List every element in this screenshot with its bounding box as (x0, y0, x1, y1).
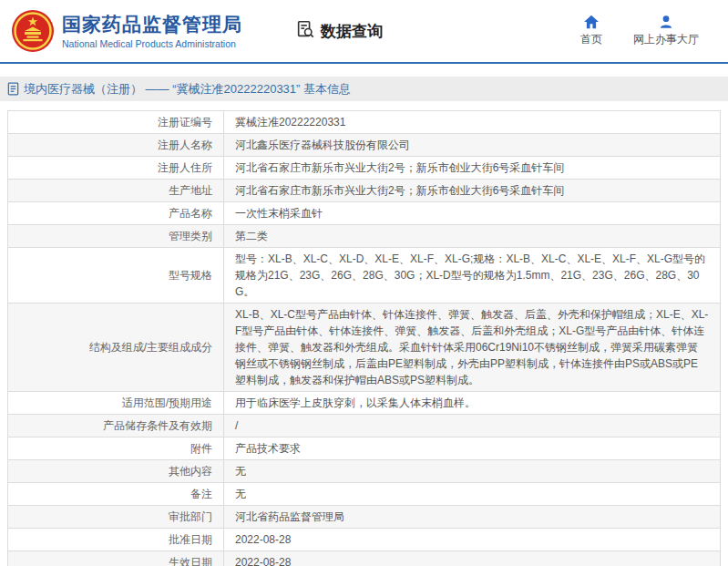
row-label: 适用范围/预期用途 (8, 392, 224, 415)
table-row: 其他内容无 (8, 460, 721, 483)
header-links: 首页 网上办事大厅 (580, 15, 715, 47)
row-value: 产品技术要求 (224, 437, 721, 460)
row-label: 产品名称 (8, 202, 224, 225)
breadcrumb-text: 境内医疗器械（注册） —— “冀械注准20222220331” 基本信息 (24, 81, 351, 98)
table-row: 注册人名称河北鑫乐医疗器械科技股份有限公司 (8, 134, 721, 157)
row-value: 2022-08-28 (224, 551, 721, 566)
row-value: 无 (224, 483, 721, 506)
row-label: 结构及组成/主要组成成分 (8, 304, 224, 392)
row-value: 无 (224, 460, 721, 483)
row-label: 生产地址 (8, 180, 224, 202)
home-link[interactable]: 首页 (580, 15, 602, 47)
national-emblem-logo (11, 9, 55, 53)
info-table: 注册证编号冀械注准20222220331注册人名称河北鑫乐医疗器械科技股份有限公… (7, 110, 721, 566)
data-query-label: 数据查询 (321, 21, 383, 42)
registration-info-section: 注册证编号冀械注准20222220331注册人名称河北鑫乐医疗器械科技股份有限公… (7, 110, 721, 566)
row-value: 河北省石家庄市新乐市兴业大街2号；新乐市创业大街6号采血针车间 (224, 157, 721, 180)
table-row: 批准日期2022-08-28 (8, 529, 721, 551)
user-icon (659, 15, 673, 29)
service-hall-label: 网上办事大厅 (633, 32, 699, 47)
document-icon (7, 82, 19, 96)
site-header: 国家药品监督管理局 National Medical Products Admi… (0, 0, 728, 64)
table-row: 审批部门河北省药品监督管理局 (8, 506, 721, 529)
row-label: 其他内容 (8, 460, 224, 483)
agency-subtitle: National Medical Products Administration (62, 38, 242, 49)
row-label: 型号规格 (8, 248, 224, 304)
brand: 国家药品监督管理局 National Medical Products Admi… (11, 9, 242, 53)
table-row: 生效日期2022-08-28 (8, 551, 721, 566)
row-value: 第二类 (224, 225, 721, 248)
row-value: 河北省石家庄市新乐市兴业大街2号；新乐市创业大街6号采血针车间 (224, 180, 721, 202)
row-value: 2022-08-28 (224, 529, 721, 551)
row-value: 冀械注准20222220331 (224, 111, 721, 134)
row-label: 审批部门 (8, 506, 224, 529)
service-hall-link[interactable]: 网上办事大厅 (633, 15, 699, 47)
home-icon (583, 15, 600, 29)
brand-text: 国家药品监督管理局 National Medical Products Admi… (62, 13, 242, 48)
table-row: 适用范围/预期用途用于临床医学上皮肤穿刺，以采集人体末梢血样。 (8, 392, 721, 415)
row-value: 河北省药品监督管理局 (224, 506, 721, 529)
data-query-nav[interactable]: 数据查询 (295, 19, 383, 44)
home-label: 首页 (580, 32, 602, 47)
table-row: 结构及组成/主要组成成分XL-B、XL-C型号产品由针体、针体连接件、弹簧、触发… (8, 304, 721, 392)
agency-title: 国家药品监督管理局 (62, 13, 242, 36)
table-row: 附件产品技术要求 (8, 437, 721, 460)
row-label: 批准日期 (8, 529, 224, 551)
row-label: 附件 (8, 437, 224, 460)
table-row: 注册证编号冀械注准20222220331 (8, 111, 721, 134)
row-label: 管理类别 (8, 225, 224, 248)
table-row: 产品名称一次性末梢采血针 (8, 202, 721, 225)
row-label: 注册人住所 (8, 157, 224, 180)
row-value: / (224, 415, 721, 437)
data-query-icon (295, 19, 315, 44)
row-label: 注册证编号 (8, 111, 224, 134)
row-value: XL-B、XL-C型号产品由针体、针体连接件、弹簧、触发器、后盖、外壳和保护帽组… (224, 304, 721, 392)
breadcrumb: 境内医疗器械（注册） —— “冀械注准20222220331” 基本信息 (0, 77, 728, 101)
row-value: 河北鑫乐医疗器械科技股份有限公司 (224, 134, 721, 157)
row-value: 用于临床医学上皮肤穿刺，以采集人体末梢血样。 (224, 392, 721, 415)
row-value: 一次性末梢采血针 (224, 202, 721, 225)
table-row: 生产地址河北省石家庄市新乐市兴业大街2号；新乐市创业大街6号采血针车间 (8, 180, 721, 202)
row-label: 注册人名称 (8, 134, 224, 157)
row-label: 备注 (8, 483, 224, 506)
row-label: 产品储存条件及有效期 (8, 415, 224, 437)
table-row: 备注无 (8, 483, 721, 506)
row-label: 生效日期 (8, 551, 224, 566)
table-row: 产品储存条件及有效期/ (8, 415, 721, 437)
row-value: 型号：XL-B、XL-C、XL-D、XL-E、XL-F、XL-G;规格：XL-B… (224, 248, 721, 304)
table-row: 管理类别第二类 (8, 225, 721, 248)
info-table-body: 注册证编号冀械注准20222220331注册人名称河北鑫乐医疗器械科技股份有限公… (8, 111, 721, 566)
table-row: 注册人住所河北省石家庄市新乐市兴业大街2号；新乐市创业大街6号采血针车间 (8, 157, 721, 180)
table-row: 型号规格型号：XL-B、XL-C、XL-D、XL-E、XL-F、XL-G;规格：… (8, 248, 721, 304)
